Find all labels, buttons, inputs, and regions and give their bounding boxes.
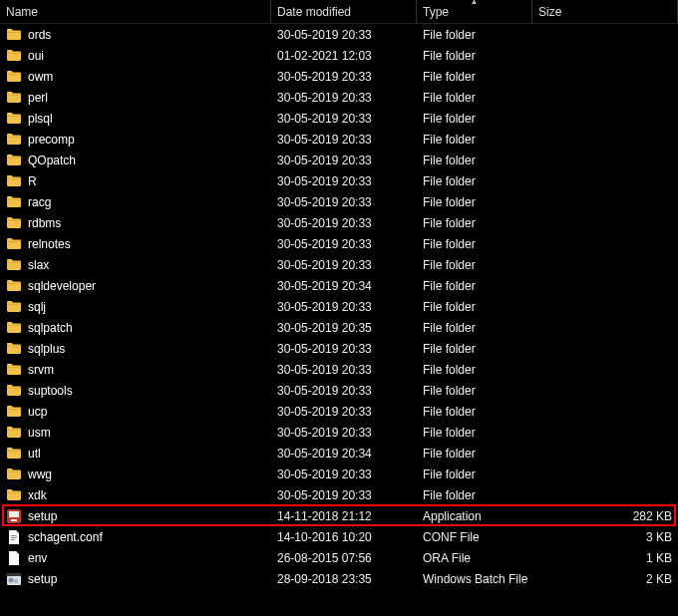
cell-size: 282 KB <box>532 505 678 526</box>
folder-icon <box>6 132 22 148</box>
column-header-row: Name Date modified ▲ Type Size <box>0 0 678 24</box>
cell-name: rdbms <box>0 212 271 233</box>
cell-date: 01-02-2021 12:03 <box>271 45 417 66</box>
cell-type: File folder <box>417 233 532 254</box>
cell-name: suptools <box>0 380 271 401</box>
table-row[interactable]: setup28-09-2018 23:35Windows Batch File2… <box>0 568 678 589</box>
table-row[interactable]: QOpatch30-05-2019 20:33File folder <box>0 150 678 170</box>
table-row[interactable]: env26-08-2015 07:56ORA File1 KB <box>0 547 678 568</box>
table-row[interactable]: perl30-05-2019 20:33File folder <box>0 87 678 108</box>
cell-name: utl <box>0 443 271 463</box>
cell-name: racg <box>0 191 271 212</box>
file-name-label: xdk <box>28 488 47 502</box>
table-row[interactable]: owm30-05-2019 20:33File folder <box>0 66 678 87</box>
batch-icon <box>6 571 22 587</box>
cell-date: 30-05-2019 20:33 <box>271 87 417 108</box>
cell-type: File folder <box>417 108 532 129</box>
cell-type: File folder <box>417 212 532 233</box>
table-row[interactable]: sqlplus30-05-2019 20:33File folder <box>0 338 678 359</box>
file-name-label: setup <box>28 572 57 586</box>
sort-ascending-icon: ▲ <box>471 0 479 6</box>
table-row[interactable]: sqldeveloper30-05-2019 20:34File folder <box>0 275 678 296</box>
cell-type: File folder <box>417 422 532 443</box>
cell-name: setup <box>0 505 271 526</box>
folder-icon <box>6 341 22 357</box>
conf-icon <box>6 529 22 545</box>
cell-name: ucp <box>0 401 271 422</box>
cell-name: owm <box>0 66 271 87</box>
table-row[interactable]: setup14-11-2018 21:12Application282 KB <box>0 505 678 526</box>
cell-type: File folder <box>417 359 532 380</box>
table-row[interactable]: sqlpatch30-05-2019 20:35File folder <box>0 317 678 338</box>
file-name-label: slax <box>28 258 49 272</box>
cell-type: File folder <box>417 401 532 422</box>
file-name-label: sqlplus <box>28 342 65 356</box>
folder-icon <box>6 236 22 252</box>
cell-date: 30-05-2019 20:35 <box>271 317 417 338</box>
table-row[interactable]: schagent.conf14-10-2016 10:20CONF File3 … <box>0 526 678 547</box>
file-name-label: setup <box>28 509 57 523</box>
file-name-label: sqlpatch <box>28 321 73 335</box>
table-row[interactable]: rdbms30-05-2019 20:33File folder <box>0 212 678 233</box>
table-row[interactable]: ords30-05-2019 20:33File folder <box>0 24 678 45</box>
table-row[interactable]: usm30-05-2019 20:33File folder <box>0 422 678 443</box>
svg-rect-7 <box>7 573 21 576</box>
cell-size <box>532 24 678 45</box>
cell-name: sqlplus <box>0 338 271 359</box>
cell-date: 14-11-2018 21:12 <box>271 505 417 526</box>
file-name-label: usm <box>28 426 51 440</box>
cell-date: 30-05-2019 20:33 <box>271 401 417 422</box>
column-header-size[interactable]: Size <box>532 0 678 23</box>
cell-size <box>532 45 678 66</box>
cell-date: 28-09-2018 23:35 <box>271 568 417 589</box>
column-header-name[interactable]: Name <box>0 0 271 23</box>
table-row[interactable]: ucp30-05-2019 20:33File folder <box>0 401 678 422</box>
cell-type: File folder <box>417 380 532 401</box>
cell-name: sqlpatch <box>0 317 271 338</box>
table-row[interactable]: slax30-05-2019 20:33File folder <box>0 254 678 275</box>
table-row[interactable]: plsql30-05-2019 20:33File folder <box>0 108 678 129</box>
column-header-size-label: Size <box>538 5 561 19</box>
column-header-type[interactable]: ▲ Type <box>417 0 532 23</box>
cell-name: QOpatch <box>0 150 271 170</box>
table-row[interactable]: xdk30-05-2019 20:33File folder <box>0 484 678 505</box>
folder-icon <box>6 404 22 420</box>
cell-date: 26-08-2015 07:56 <box>271 547 417 568</box>
table-row[interactable]: R30-05-2019 20:33File folder <box>0 170 678 191</box>
folder-icon <box>6 278 22 294</box>
file-name-label: ucp <box>28 405 47 419</box>
cell-size <box>532 170 678 191</box>
column-header-date[interactable]: Date modified <box>271 0 417 23</box>
cell-name: perl <box>0 87 271 108</box>
table-row[interactable]: suptools30-05-2019 20:33File folder <box>0 380 678 401</box>
table-row[interactable]: sqlj30-05-2019 20:33File folder <box>0 296 678 317</box>
file-name-label: suptools <box>28 384 73 398</box>
table-row[interactable]: srvm30-05-2019 20:33File folder <box>0 359 678 380</box>
svg-rect-3 <box>11 535 17 536</box>
cell-size <box>532 484 678 505</box>
table-row[interactable]: utl30-05-2019 20:34File folder <box>0 443 678 463</box>
cell-size <box>532 338 678 359</box>
table-row[interactable]: precomp30-05-2019 20:33File folder <box>0 129 678 150</box>
file-rows: ords30-05-2019 20:33File folderoui01-02-… <box>0 24 678 589</box>
cell-name: setup <box>0 568 271 589</box>
cell-size <box>532 191 678 212</box>
cell-size <box>532 275 678 296</box>
cell-size <box>532 296 678 317</box>
cell-name: env <box>0 547 271 568</box>
table-row[interactable]: relnotes30-05-2019 20:33File folder <box>0 233 678 254</box>
cell-name: wwg <box>0 463 271 484</box>
folder-icon <box>6 425 22 441</box>
folder-icon <box>6 320 22 336</box>
cell-name: relnotes <box>0 233 271 254</box>
column-header-type-label: Type <box>423 5 449 19</box>
cell-type: CONF File <box>417 526 532 547</box>
table-row[interactable]: racg30-05-2019 20:33File folder <box>0 191 678 212</box>
cell-date: 30-05-2019 20:34 <box>271 443 417 463</box>
cell-date: 30-05-2019 20:33 <box>271 254 417 275</box>
folder-icon <box>6 194 22 210</box>
file-name-label: owm <box>28 70 53 84</box>
table-row[interactable]: wwg30-05-2019 20:33File folder <box>0 463 678 484</box>
table-row[interactable]: oui01-02-2021 12:03File folder <box>0 45 678 66</box>
cell-date: 30-05-2019 20:33 <box>271 380 417 401</box>
